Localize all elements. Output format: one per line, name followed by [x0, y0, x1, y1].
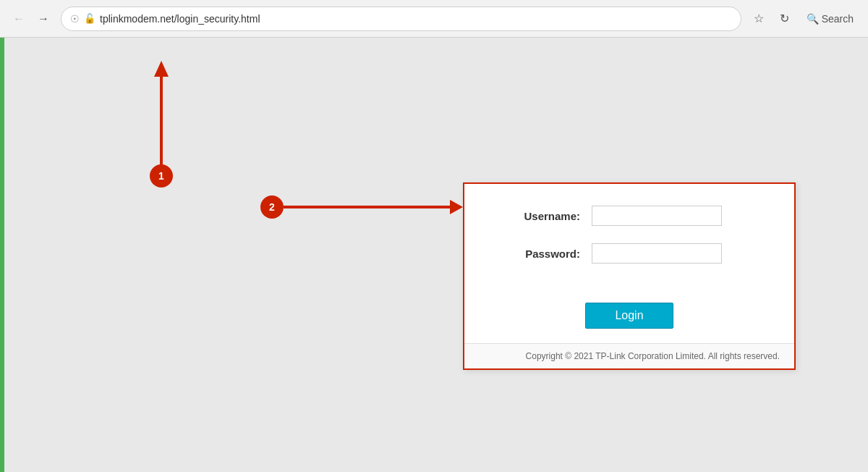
shield-icon: ☉ [70, 13, 80, 25]
annotation-arrow-2-wrapper: 2 [260, 195, 463, 219]
annotation-badge-1: 1 [150, 164, 173, 187]
annotation-badge-2: 2 [260, 195, 284, 219]
left-border-strip [0, 38, 4, 472]
password-row: Password: [493, 243, 765, 264]
arrow-right-line [284, 206, 450, 208]
copyright-bar: Copyright © 2021 TP-Link Corporation Lim… [464, 343, 794, 368]
browser-toolbar: ← → ☉ 🔓 tplinkmodem.net/login_security.h… [0, 0, 868, 38]
forward-icon: → [38, 12, 49, 25]
annotation-arrow-1 [147, 58, 176, 174]
username-label: Username: [493, 210, 580, 222]
address-bar[interactable]: ☉ 🔓 tplinkmodem.net/login_security.html [61, 7, 741, 31]
login-box: Username: Password: Login Copyright © 20… [463, 182, 796, 370]
copyright-text: Copyright © 2021 TP-Link Corporation Lim… [526, 351, 780, 361]
browser-actions: ☆ ↻ 🔍 Search [749, 9, 859, 29]
login-form: Username: Password: [464, 184, 794, 295]
search-label: Search [822, 13, 854, 25]
search-icon: 🔍 [807, 13, 819, 25]
back-button[interactable]: ← [9, 9, 29, 29]
nav-buttons: ← → [9, 9, 54, 29]
svg-marker-1 [154, 61, 169, 77]
password-input[interactable] [592, 243, 722, 264]
refresh-icon: ↻ [780, 12, 789, 25]
url-text: tplinkmodem.net/login_security.html [100, 13, 732, 25]
forward-button[interactable]: → [33, 9, 54, 29]
star-icon: ☆ [754, 12, 764, 25]
lock-icon: 🔓 [84, 13, 95, 24]
bookmark-button[interactable]: ☆ [749, 9, 769, 29]
password-label: Password: [493, 248, 580, 260]
page-content: 1 2 Username: Password: Login Copyright … [0, 38, 868, 472]
search-button[interactable]: 🔍 Search [801, 10, 859, 28]
refresh-button[interactable]: ↻ [775, 9, 795, 29]
login-button[interactable]: Login [585, 303, 673, 329]
username-input[interactable] [592, 206, 722, 226]
back-icon: ← [13, 12, 25, 25]
username-row: Username: [493, 206, 765, 226]
login-button-row: Login [464, 295, 794, 343]
arrow-right-head [450, 200, 463, 214]
